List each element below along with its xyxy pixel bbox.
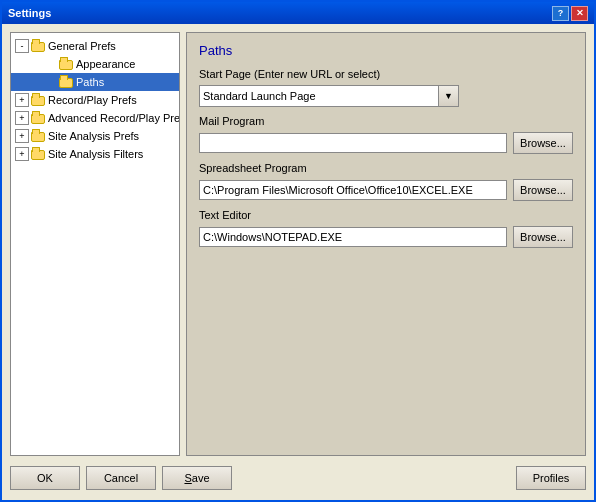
start-page-input[interactable]	[199, 85, 439, 107]
start-page-dropdown-wrapper: ▼	[199, 85, 459, 107]
tree-panel: - General Prefs Appearance Paths	[10, 32, 180, 456]
text-editor-label: Text Editor	[199, 209, 573, 221]
window-body: - General Prefs Appearance Paths	[2, 24, 594, 500]
bottom-bar: OK Cancel Save Profiles	[10, 462, 586, 492]
tree-item-paths[interactable]: Paths	[11, 73, 179, 91]
settings-window: Settings ? ✕ - General Prefs Appearance	[0, 0, 596, 502]
profiles-button[interactable]: Profiles	[516, 466, 586, 490]
tree-item-general-prefs[interactable]: - General Prefs	[11, 37, 179, 55]
folder-icon-record-play	[31, 96, 45, 106]
start-page-dropdown-btn[interactable]: ▼	[439, 85, 459, 107]
start-page-row: ▼	[199, 85, 573, 107]
tree-label-site-prefs: Site Analysis Prefs	[48, 130, 139, 142]
tree-label-general-prefs: General Prefs	[48, 40, 116, 52]
expander-advanced[interactable]: +	[15, 111, 29, 125]
folder-icon-advanced	[31, 114, 45, 124]
tree-item-site-analysis-prefs[interactable]: + Site Analysis Prefs	[11, 127, 179, 145]
mail-program-label: Mail Program	[199, 115, 573, 127]
save-button[interactable]: Save	[162, 466, 232, 490]
text-editor-browse-btn[interactable]: Browse...	[513, 226, 573, 248]
folder-icon-site-filters	[31, 150, 45, 160]
tree-label-record-play: Record/Play Prefs	[48, 94, 137, 106]
mail-program-section: Mail Program Browse...	[199, 115, 573, 154]
expander-site-prefs[interactable]: +	[15, 129, 29, 143]
expander-site-filters[interactable]: +	[15, 147, 29, 161]
tree-item-advanced-record-play[interactable]: + Advanced Record/Play Prefs	[11, 109, 179, 127]
help-button[interactable]: ?	[552, 6, 569, 21]
mail-program-browse-btn[interactable]: Browse...	[513, 132, 573, 154]
folder-icon-appearance	[59, 60, 73, 70]
spreadsheet-input[interactable]	[199, 180, 507, 200]
tree-label-paths: Paths	[76, 76, 104, 88]
title-bar-buttons: ? ✕	[552, 6, 588, 21]
tree-item-record-play[interactable]: + Record/Play Prefs	[11, 91, 179, 109]
text-editor-row: Browse...	[199, 226, 573, 248]
panel-title: Paths	[199, 43, 573, 58]
spreadsheet-browse-btn[interactable]: Browse...	[513, 179, 573, 201]
tree-label-appearance: Appearance	[76, 58, 135, 70]
ok-button[interactable]: OK	[10, 466, 80, 490]
expander-record-play[interactable]: +	[15, 93, 29, 107]
folder-icon-site-prefs	[31, 132, 45, 142]
start-page-label: Start Page (Enter new URL or select)	[199, 68, 573, 80]
folder-icon-general-prefs	[31, 42, 45, 52]
spreadsheet-label: Spreadsheet Program	[199, 162, 573, 174]
spreadsheet-row: Browse...	[199, 179, 573, 201]
start-page-section: Start Page (Enter new URL or select) ▼	[199, 68, 573, 107]
tree-label-advanced: Advanced Record/Play Prefs	[48, 112, 180, 124]
close-button[interactable]: ✕	[571, 6, 588, 21]
folder-icon-paths	[59, 78, 73, 88]
text-editor-section: Text Editor Browse...	[199, 209, 573, 248]
expander-general-prefs[interactable]: -	[15, 39, 29, 53]
mail-program-row: Browse...	[199, 132, 573, 154]
spreadsheet-section: Spreadsheet Program Browse...	[199, 162, 573, 201]
tree-item-appearance[interactable]: Appearance	[11, 55, 179, 73]
text-editor-input[interactable]	[199, 227, 507, 247]
title-bar: Settings ? ✕	[2, 2, 594, 24]
mail-program-input[interactable]	[199, 133, 507, 153]
bottom-left-buttons: OK Cancel Save	[10, 466, 232, 490]
right-panel: Paths Start Page (Enter new URL or selec…	[186, 32, 586, 456]
window-title: Settings	[8, 7, 51, 19]
main-content: - General Prefs Appearance Paths	[10, 32, 586, 456]
tree-label-site-filters: Site Analysis Filters	[48, 148, 143, 160]
cancel-button[interactable]: Cancel	[86, 466, 156, 490]
tree-item-site-analysis-filters[interactable]: + Site Analysis Filters	[11, 145, 179, 163]
